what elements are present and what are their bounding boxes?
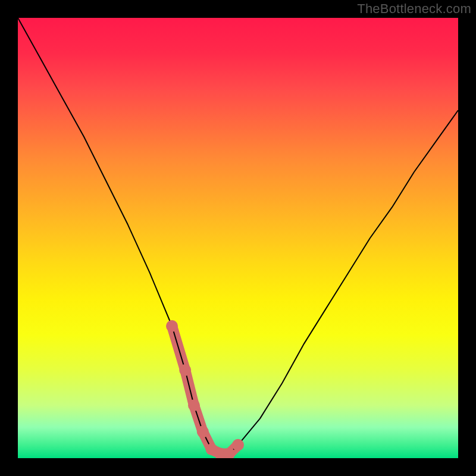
chart-frame: TheBottleneck.com (0, 0, 476, 476)
highlight-dot (166, 320, 178, 332)
watermark-text: TheBottleneck.com (357, 1, 471, 17)
highlight-dot (232, 439, 244, 451)
highlight-dot (188, 399, 200, 411)
chart-svg (18, 18, 458, 458)
highlight-dot (179, 364, 191, 376)
plot-area (18, 18, 458, 458)
bottleneck-curve (18, 18, 458, 454)
highlight-dot (197, 426, 209, 438)
